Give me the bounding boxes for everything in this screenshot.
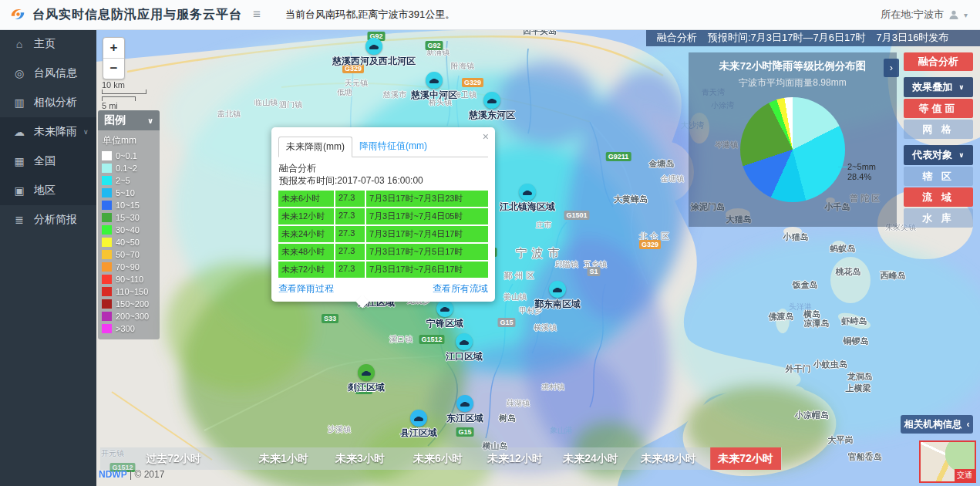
- legend-collapse-icon: ∨: [147, 116, 153, 125]
- time-range-button[interactable]: 未来72小时: [710, 447, 781, 470]
- legend-swatch: [102, 225, 112, 235]
- basin-marker-icon[interactable]: [456, 333, 473, 350]
- layer-option-button[interactable]: 网 格: [904, 120, 973, 139]
- time-range-button[interactable]: 未来1小时: [251, 447, 316, 470]
- time-range-button[interactable]: 未来6小时: [406, 447, 470, 470]
- traffic-minimap-label: 交通: [955, 469, 975, 481]
- report-icon: ≣: [12, 214, 26, 226]
- legend-swatch: [102, 201, 112, 210]
- legend-swatch: [102, 250, 112, 259]
- sidebar-item-5[interactable]: ▦全国: [0, 147, 96, 176]
- rain-period: 未来24小时: [278, 226, 335, 242]
- legend-swatch: [102, 312, 112, 321]
- sidebar-item-label: 相似分析: [34, 96, 77, 110]
- basin-marker-label: 剡江区域: [348, 381, 385, 394]
- popup-tab-2[interactable]: 降雨特征值(mm): [352, 137, 434, 157]
- pie-callout-label: 2~5mm: [847, 162, 876, 172]
- popup-source-label: 融合分析: [279, 162, 487, 174]
- layer-option-button[interactable]: 等值面: [904, 99, 973, 118]
- basin-marker-label: 东江区域: [446, 412, 483, 425]
- basin-marker-icon[interactable]: [365, 38, 382, 55]
- rain-period: 未来72小时: [278, 262, 335, 278]
- sidebar-item-label: 台风信息: [34, 66, 77, 80]
- popup-tabs: 未来降雨(mm)降雨特征值(mm): [278, 137, 488, 157]
- popup-rain-row: 未来72小时27.37月3日17时~7月6日17时: [278, 262, 488, 278]
- view-rain-process-link[interactable]: 查看降雨过程: [278, 282, 334, 295]
- pie-subtitle: 宁波市平均面雨量8.98mm: [689, 76, 897, 89]
- rain-value: 27.3: [335, 226, 366, 242]
- legend-item: 50~70: [102, 248, 156, 261]
- forecast-issued-label: 7月3日16时发布: [876, 31, 948, 45]
- basin-marker-icon[interactable]: [410, 410, 427, 427]
- rain-range: 7月3日17时~7月4日17时: [366, 226, 488, 242]
- menu-toggle-icon[interactable]: ≡: [253, 7, 261, 22]
- time-range-button[interactable]: 未来12小时: [480, 447, 551, 470]
- basin-marker-icon[interactable]: [436, 300, 453, 317]
- close-icon[interactable]: ×: [483, 130, 489, 143]
- view-all-basins-link[interactable]: 查看所有流域: [433, 282, 488, 295]
- rain-level-pie-panel: 未来72小时降雨等级比例分布图 宁波市平均面雨量8.98mm 2~5mm 28.…: [689, 52, 897, 227]
- map-canvas[interactable]: 宁波市鄞州区北仑区普陀区四平头岛金塘岛金塘镇大黄蜂岛涂泥门岛大猫岛小千岛小猫岛蚂…: [96, 29, 980, 486]
- sidebar-item-2[interactable]: ◎台风信息: [0, 59, 96, 88]
- pie-callout-line: [838, 167, 847, 167]
- rain-range: 7月3日17时~7月3日23时: [366, 191, 488, 207]
- control-group-header-2[interactable]: 代表对象∨: [904, 145, 973, 165]
- basin-marker-icon[interactable]: [483, 92, 500, 109]
- basin-marker-icon[interactable]: [426, 72, 443, 89]
- legend-item-label: 90~110: [116, 275, 143, 284]
- sidebar-item-label: 主页: [34, 37, 56, 51]
- related-org-info-button[interactable]: 相关机构信息 ‹: [901, 415, 973, 434]
- control-group-label: 效果叠加: [912, 77, 952, 97]
- traffic-minimap[interactable]: 交通: [919, 440, 976, 483]
- fusion-analysis-button[interactable]: 融合分析: [904, 52, 973, 71]
- control-group-label: 代表对象: [912, 145, 952, 165]
- sidebar-item-3[interactable]: ▥相似分析: [0, 88, 96, 117]
- time-range-button[interactable]: 未来48小时: [633, 447, 704, 470]
- layer-option-button[interactable]: 流 域: [904, 187, 973, 207]
- control-group-header-1[interactable]: 效果叠加∨: [904, 77, 973, 97]
- time-range-button[interactable]: 未来3小时: [328, 447, 392, 470]
- basin-marker-icon[interactable]: [456, 395, 473, 412]
- legend-swatch: [102, 164, 112, 173]
- time-range-button[interactable]: 过去72小时: [138, 447, 209, 470]
- popup-rain-row: 未来24小时27.37月3日17时~7月4日17时: [278, 226, 488, 242]
- current-location-label: 所在地:宁波市: [881, 8, 944, 22]
- rain-value: 27.3: [335, 262, 366, 278]
- sidebar-item-7[interactable]: ≣分析简报: [0, 205, 96, 235]
- layer-option-button[interactable]: 辖 区: [904, 167, 973, 186]
- sidebar-item-label: 地区: [34, 184, 56, 197]
- popup-tab-1[interactable]: 未来降雨(mm): [278, 137, 352, 157]
- rain-level-pie-chart[interactable]: [740, 97, 845, 202]
- layer-option-button[interactable]: 水 库: [904, 208, 973, 228]
- zoom-in-button[interactable]: +: [103, 38, 124, 59]
- user-menu-caret-icon[interactable]: ▾: [964, 11, 968, 19]
- basin-marker-label: 鄞东南区域: [534, 298, 581, 311]
- sidebar-item-6[interactable]: ▣地区: [0, 176, 96, 205]
- rain-legend: 图例 ∨ 单位mm 0~0.10.1~22~55~1010~1515~3030~…: [98, 110, 160, 339]
- rain-range: 7月3日17时~7月4日05时: [366, 208, 488, 224]
- time-range-button[interactable]: 未来24小时: [555, 447, 626, 470]
- legend-swatch: [102, 299, 112, 309]
- sidebar-item-1[interactable]: ⌂主页: [0, 29, 96, 59]
- forecast-mode-label: 融合分析: [657, 31, 697, 45]
- zoom-out-button[interactable]: −: [103, 59, 124, 79]
- basin-marker-icon[interactable]: [549, 281, 566, 298]
- panel-collapse-button[interactable]: ›: [884, 59, 899, 77]
- legend-header[interactable]: 图例 ∨: [98, 110, 160, 130]
- basin-marker-label: 江口区域: [446, 350, 483, 363]
- legend-item: 15~30: [102, 211, 156, 224]
- popup-rain-row: 未来48小时27.37月3日17时~7月5日17时: [278, 244, 488, 260]
- basin-marker-icon[interactable]: [358, 364, 375, 381]
- map-copyright: NDWP | © 2017: [99, 469, 164, 480]
- legend-item: 70~90: [102, 261, 156, 273]
- chevron-down-icon: ∨: [958, 77, 964, 97]
- legend-body: 单位mm 0~0.10.1~22~55~1010~1515~3030~4040~…: [98, 130, 160, 339]
- user-icon[interactable]: [948, 9, 959, 20]
- legend-item: 0.1~2: [102, 162, 156, 174]
- chevron-down-icon: ∨: [958, 145, 964, 165]
- layer-controls: 融合分析效果叠加∨等值面网 格代表对象∨辖 区流 域水 库: [904, 52, 973, 229]
- sidebar-item-4[interactable]: ☁未来降雨∨: [0, 117, 96, 147]
- basin-marker-icon[interactable]: [519, 184, 536, 201]
- pie-callout-pct: 28.4%: [847, 172, 876, 182]
- popup-rain-row: 未来6小时27.37月3日17时~7月3日23时: [278, 191, 488, 207]
